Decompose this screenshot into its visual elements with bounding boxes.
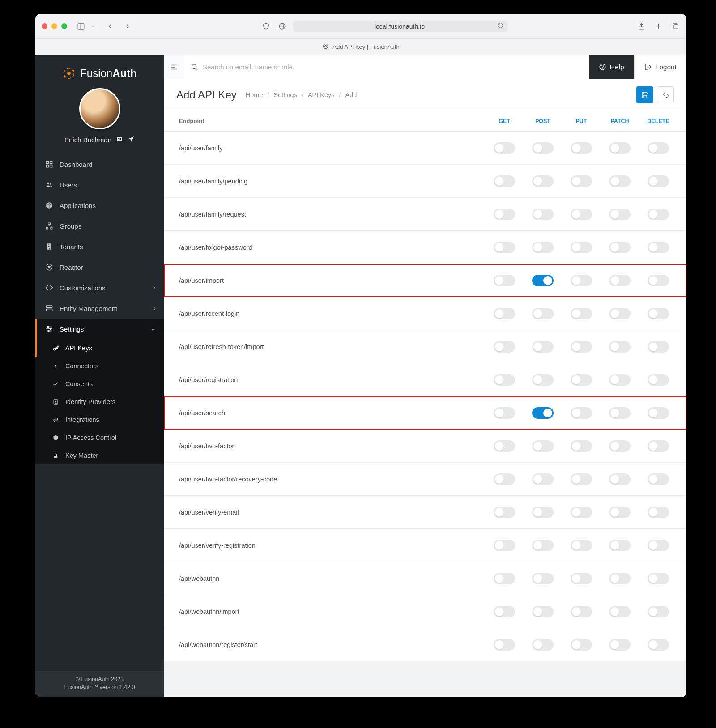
permission-toggle-patch[interactable] xyxy=(609,540,631,551)
permission-toggle-post[interactable] xyxy=(532,540,554,551)
col-put[interactable]: PUT xyxy=(562,118,601,124)
sidebar-sub-integrations[interactable]: Integrations xyxy=(35,411,164,429)
permission-toggle-patch[interactable] xyxy=(609,573,631,584)
globe-icon[interactable] xyxy=(277,21,287,31)
permission-toggle-delete[interactable] xyxy=(648,507,669,518)
logout-button[interactable]: Logout xyxy=(634,55,686,79)
permission-toggle-patch[interactable] xyxy=(609,473,631,485)
sidebar-collapse-button[interactable] xyxy=(164,55,184,79)
permission-toggle-get[interactable] xyxy=(494,142,515,154)
avatar[interactable] xyxy=(79,88,120,129)
permission-toggle-post[interactable] xyxy=(532,507,554,518)
permission-toggle-get[interactable] xyxy=(494,606,515,617)
permission-toggle-get[interactable] xyxy=(494,308,515,319)
sidebar-sub-identity-providers[interactable]: Identity Providers xyxy=(35,393,164,411)
sidebar-item-tenants[interactable]: Tenants xyxy=(35,236,164,257)
permission-toggle-delete[interactable] xyxy=(648,573,669,584)
permission-toggle-patch[interactable] xyxy=(609,242,631,253)
permission-toggle-patch[interactable] xyxy=(609,639,631,651)
permission-toggle-delete[interactable] xyxy=(648,308,669,319)
permission-toggle-get[interactable] xyxy=(494,639,515,651)
permission-toggle-get[interactable] xyxy=(494,341,515,353)
permission-toggle-delete[interactable] xyxy=(648,209,669,220)
close-window-button[interactable] xyxy=(42,23,47,29)
crumb-apikeys[interactable]: API Keys xyxy=(308,91,335,98)
permission-toggle-get[interactable] xyxy=(494,507,515,518)
permission-toggle-get[interactable] xyxy=(494,540,515,551)
permission-toggle-patch[interactable] xyxy=(609,175,631,187)
permission-toggle-put[interactable] xyxy=(571,275,592,286)
permission-toggle-patch[interactable] xyxy=(609,374,631,386)
permission-toggle-put[interactable] xyxy=(571,242,592,253)
sidebar-sub-connectors[interactable]: Connectors xyxy=(35,357,164,375)
sidebar-section-entity-management[interactable]: Entity Management xyxy=(35,298,164,319)
search-input[interactable] xyxy=(203,63,583,71)
sidebar-item-reactor[interactable]: Reactor xyxy=(35,257,164,277)
shield-icon[interactable] xyxy=(261,21,271,31)
permission-toggle-put[interactable] xyxy=(571,639,592,651)
permission-toggle-get[interactable] xyxy=(494,473,515,485)
location-arrow-icon[interactable] xyxy=(128,136,135,144)
reload-icon[interactable] xyxy=(497,22,503,30)
sidebar-sub-ip-access[interactable]: IP Access Control xyxy=(35,429,164,447)
permission-toggle-post[interactable] xyxy=(532,606,554,617)
permission-toggle-post[interactable] xyxy=(532,440,554,452)
permission-toggle-post[interactable] xyxy=(532,308,554,319)
new-tab-icon[interactable] xyxy=(653,21,663,31)
permission-toggle-put[interactable] xyxy=(571,142,592,154)
permission-toggle-post[interactable] xyxy=(532,209,554,220)
permission-toggle-put[interactable] xyxy=(571,341,592,353)
share-icon[interactable] xyxy=(636,21,646,31)
permission-toggle-patch[interactable] xyxy=(609,275,631,286)
tab-title[interactable]: Add API Key | FusionAuth xyxy=(332,43,399,50)
permission-toggle-put[interactable] xyxy=(571,175,592,187)
permission-toggle-post[interactable] xyxy=(532,142,554,154)
permission-toggle-delete[interactable] xyxy=(648,275,669,286)
permission-toggle-get[interactable] xyxy=(494,242,515,253)
permission-toggle-patch[interactable] xyxy=(609,606,631,617)
sidebar-icon[interactable] xyxy=(76,21,86,31)
permission-toggle-get[interactable] xyxy=(494,275,515,286)
sidebar-sub-consents[interactable]: Consents xyxy=(35,375,164,393)
sidebar-item-groups[interactable]: Groups xyxy=(35,216,164,236)
col-post[interactable]: POST xyxy=(524,118,562,124)
permission-toggle-delete[interactable] xyxy=(648,341,669,353)
permission-toggle-patch[interactable] xyxy=(609,341,631,353)
permission-toggle-get[interactable] xyxy=(494,374,515,386)
permission-toggle-post[interactable] xyxy=(532,341,554,353)
permission-toggle-post[interactable] xyxy=(532,473,554,485)
minimize-window-button[interactable] xyxy=(51,23,57,29)
permission-toggle-post[interactable] xyxy=(532,275,554,286)
permission-toggle-delete[interactable] xyxy=(648,407,669,419)
permission-toggle-delete[interactable] xyxy=(648,639,669,651)
sidebar-item-applications[interactable]: Applications xyxy=(35,195,164,216)
permission-toggle-put[interactable] xyxy=(571,209,592,220)
permission-toggle-put[interactable] xyxy=(571,308,592,319)
permission-toggle-patch[interactable] xyxy=(609,440,631,452)
permission-toggle-get[interactable] xyxy=(494,440,515,452)
permission-toggle-delete[interactable] xyxy=(648,473,669,485)
permission-toggle-delete[interactable] xyxy=(648,142,669,154)
tabs-overview-icon[interactable] xyxy=(670,21,680,31)
permission-toggle-patch[interactable] xyxy=(609,308,631,319)
logo[interactable]: FusionAuth xyxy=(35,55,164,88)
permission-toggle-patch[interactable] xyxy=(609,507,631,518)
permission-toggle-put[interactable] xyxy=(571,573,592,584)
permission-toggle-put[interactable] xyxy=(571,507,592,518)
permission-toggle-delete[interactable] xyxy=(648,540,669,551)
address-bar[interactable]: local.fusionauth.io xyxy=(293,21,508,32)
permission-toggle-put[interactable] xyxy=(571,473,592,485)
back-button[interactable] xyxy=(105,21,115,31)
permission-toggle-patch[interactable] xyxy=(609,407,631,419)
permission-toggle-delete[interactable] xyxy=(648,606,669,617)
help-button[interactable]: Help xyxy=(589,55,634,79)
maximize-window-button[interactable] xyxy=(61,23,67,29)
col-delete[interactable]: DELETE xyxy=(639,118,678,124)
permission-toggle-delete[interactable] xyxy=(648,374,669,386)
sidebar-sub-key-master[interactable]: Key Master xyxy=(35,447,164,464)
permission-toggle-patch[interactable] xyxy=(609,209,631,220)
chevron-down-icon[interactable] xyxy=(88,21,98,31)
sidebar-item-dashboard[interactable]: Dashboard xyxy=(35,154,164,175)
save-button[interactable] xyxy=(636,86,653,103)
permission-toggle-get[interactable] xyxy=(494,175,515,187)
